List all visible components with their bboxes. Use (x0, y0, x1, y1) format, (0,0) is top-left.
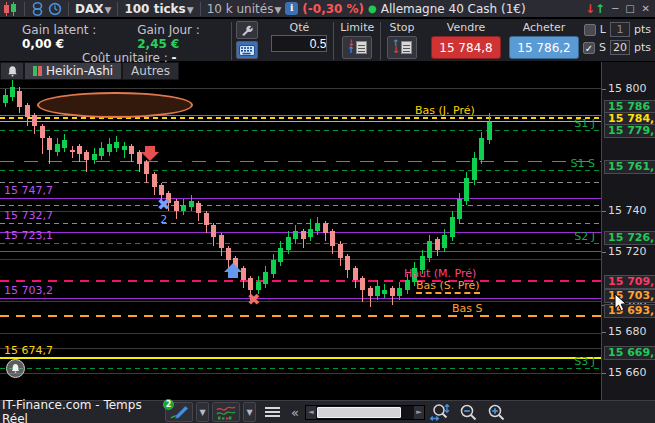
sell-button[interactable]: 15 784,8 (431, 36, 501, 59)
candle (10, 87, 15, 97)
price-line[interactable] (0, 280, 601, 282)
price-line[interactable] (0, 251, 601, 252)
candle (144, 162, 149, 174)
price-axis[interactable]: 15 80015 70015 74015 72015 68015 66015 7… (601, 62, 655, 400)
candle (107, 144, 112, 152)
price-line[interactable] (0, 243, 601, 244)
maximize-button[interactable]: □ (625, 3, 634, 14)
buy-button[interactable]: 15 786,2 (509, 36, 579, 59)
keyboard-button[interactable] (236, 41, 258, 59)
price-line-label: 15 747,7 (4, 184, 53, 197)
candle (32, 115, 37, 125)
candle (226, 248, 231, 260)
price-line[interactable] (0, 368, 601, 369)
candle (248, 278, 253, 290)
scroll-left-button[interactable]: ◄ (306, 406, 316, 419)
scrollbar-thumb[interactable] (317, 407, 401, 418)
candle (174, 201, 179, 211)
price-line[interactable] (0, 259, 601, 260)
candle-wick (72, 146, 73, 158)
price-line[interactable] (0, 211, 601, 212)
collapse-toolbar-button[interactable]: « (288, 405, 302, 420)
candle (181, 205, 186, 211)
candle (315, 223, 320, 231)
instrument-selector[interactable]: DAX▼ (75, 2, 111, 16)
stop-pts-unit: pts (634, 41, 651, 54)
ellipse-annotation[interactable] (37, 92, 193, 118)
price-line[interactable] (0, 223, 601, 224)
candle (159, 185, 164, 195)
price-line[interactable] (0, 198, 601, 199)
zoom-out-icon (459, 403, 478, 421)
price-line[interactable] (0, 315, 601, 317)
price-alarm-marker[interactable] (6, 359, 25, 378)
limit-arrows-icon: ↓↑ (347, 40, 355, 54)
tab-heikin-ashi-label: Heikin-Ashi (46, 64, 113, 78)
units-selector[interactable]: 10 k unités▼ (207, 2, 282, 16)
price-line[interactable] (0, 121, 601, 122)
limit-pts-input[interactable]: 1 (610, 22, 630, 37)
info-icon[interactable]: i (285, 2, 298, 15)
chart-type-button[interactable] (212, 402, 240, 422)
candle (3, 95, 8, 103)
axis-price-label: 15 740 (608, 204, 647, 217)
timeframe-selector[interactable]: 100 ticks▼ (124, 2, 193, 16)
candle (301, 231, 306, 239)
zoom-out-button[interactable] (456, 402, 481, 422)
refresh-arrows-icon[interactable]: ↓↑ (585, 2, 605, 16)
stop-checkbox[interactable]: ✓ (583, 42, 595, 54)
wrench-icon (240, 23, 254, 37)
clock-icon[interactable] (48, 2, 62, 16)
settings-wrench-button[interactable] (236, 21, 258, 39)
chart-menu-button[interactable] (259, 402, 285, 422)
price-line[interactable] (0, 301, 601, 302)
order-ticket-icon (401, 41, 412, 54)
chevron-down-icon: ▼ (105, 5, 112, 15)
minimize-button[interactable]: ─ (612, 3, 618, 14)
mouse-cursor (614, 293, 628, 313)
scroll-right-button[interactable]: ► (414, 406, 424, 419)
buy-label: Acheter (523, 21, 566, 35)
gain-latent-label: Gain latent : (22, 23, 96, 37)
price-line[interactable] (0, 161, 601, 162)
zoom-fit-button[interactable] (428, 402, 453, 422)
stop-checkbox-label: S (599, 41, 606, 54)
zoom-fit-icon (430, 403, 450, 421)
axis-price-label: 15 680 (608, 325, 647, 338)
close-button[interactable]: ✕ (642, 3, 650, 14)
price-line[interactable] (0, 333, 601, 334)
tab-autres[interactable]: Autres (122, 62, 179, 80)
zoom-in-button[interactable] (484, 402, 509, 422)
chart-area[interactable]: Heikin-Ashi Autres Bas (J. Pré)S1 JS1 S1… (0, 62, 601, 400)
limit-checkbox[interactable] (584, 24, 596, 36)
price-line[interactable] (0, 373, 601, 374)
limit-order-label: Limite (340, 21, 374, 35)
price-line[interactable] (0, 170, 601, 171)
price-line[interactable] (0, 182, 601, 183)
candle (211, 225, 216, 237)
draw-tools-dropdown[interactable]: ▼ (196, 402, 209, 422)
candle (464, 178, 469, 200)
candle (70, 150, 75, 152)
price-line[interactable] (0, 205, 601, 206)
status-bar: IT-Finance.com - Temps Réel 2 ▼ ▼ « ◄ ► (0, 400, 655, 423)
pivot-level-label: S2 J (574, 230, 595, 243)
candle-wick (124, 142, 125, 158)
candle (323, 223, 328, 233)
price-line[interactable] (0, 348, 601, 349)
qty-input[interactable] (271, 35, 327, 52)
price-line[interactable] (0, 130, 601, 131)
alerts-button[interactable] (0, 62, 24, 80)
horizontal-scrollbar[interactable]: ◄ ► (305, 405, 425, 420)
limit-order-button[interactable]: ↓↑ (342, 36, 372, 59)
axis-tick (602, 89, 606, 90)
stop-pts-input[interactable]: 20 (610, 40, 630, 55)
chart-type-dropdown[interactable]: ▼ (243, 402, 256, 422)
draw-tools-button[interactable]: 2 (165, 402, 193, 422)
price-line[interactable] (0, 357, 601, 359)
price-line[interactable] (0, 298, 601, 299)
price-line[interactable] (0, 88, 601, 89)
stop-order-button[interactable]: ↑↓ (387, 36, 417, 59)
tab-heikin-ashi[interactable]: Heikin-Ashi (24, 62, 122, 80)
link-icon[interactable] (31, 2, 44, 16)
